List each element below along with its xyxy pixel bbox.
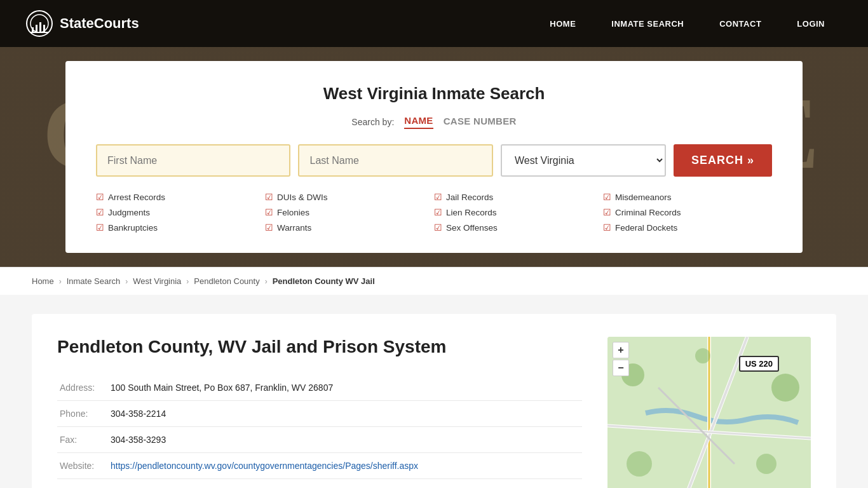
svg-point-19 [695,348,710,363]
info-table: Address: 100 South Main Street, Po Box 6… [57,375,582,488]
checkbox-item: ☑Federal Dockets [603,222,772,233]
checkbox-item: ☑Arrest Records [96,192,265,202]
search-button[interactable]: SEARCH » [674,144,772,177]
breadcrumb-sep-1: › [59,277,62,286]
phone-row: Phone: 304-358-2214 [57,401,582,427]
website-value: https://pendletoncounty.wv.gov/countygov… [108,453,582,479]
website-link[interactable]: https://pendletoncounty.wv.gov/countygov… [111,461,418,471]
checkbox-item: ☑Warrants [265,222,434,233]
checkbox-icon: ☑ [265,207,273,217]
breadcrumb: Home › Inmate Search › West Virginia › P… [0,267,868,295]
checkbox-icon: ☑ [603,192,611,202]
checkbox-icon: ☑ [603,222,611,233]
breadcrumb-sep-4: › [265,277,268,286]
phone-value: 304-358-2214 [108,401,582,427]
breadcrumb-sep-3: › [186,277,189,286]
map-road-label: US 220 [739,356,779,372]
logo-area: StateCourts [25,10,139,37]
state-select[interactable]: West Virginia Alabama Alaska Arizona [501,144,666,177]
checkbox-icon: ☑ [603,207,611,217]
nav-login[interactable]: LOGIN [779,0,843,47]
tab-case-number[interactable]: CASE NUMBER [444,116,517,128]
website-label: Website: [57,453,108,479]
checkbox-item: ☑Jail Records [434,192,603,202]
breadcrumb-state[interactable]: West Virginia [133,276,181,286]
svg-rect-5 [43,25,45,32]
breadcrumb-inmate-search[interactable]: Inmate Search [67,276,121,286]
address-row: Address: 100 South Main Street, Po Box 6… [57,375,582,401]
breadcrumb-county[interactable]: Pendleton County [194,276,259,286]
fax-row: Fax: 304-358-3293 [57,427,582,453]
checkbox-item: ☑Misdemeanors [603,192,772,202]
facebook-row: Facebook: https://www.facebook.com/Pendl… [57,479,582,489]
nav-home[interactable]: HOME [532,0,593,47]
checkbox-item: ☑Sex Offenses [434,222,603,233]
breadcrumb-home[interactable]: Home [32,276,54,286]
search-inputs: West Virginia Alabama Alaska Arizona SEA… [96,144,772,177]
checkbox-label: Bankruptcies [108,223,158,233]
checkbox-label: Jail Records [446,193,493,202]
address-value: 100 South Main Street, Po Box 687, Frank… [108,375,582,401]
search-modal: West Virginia Inmate Search Search by: N… [65,61,803,253]
logo-text: StateCourts [60,15,139,32]
header: StateCourts HOME INMATE SEARCH CONTACT L… [0,0,868,47]
logo-icon [25,10,53,37]
content-left: Pendleton County, WV Jail and Prison Sys… [57,337,582,488]
checkbox-label: Criminal Records [615,208,681,217]
checkbox-item: ☑DUIs & DWIs [265,192,434,202]
checkbox-icon: ☑ [434,207,442,217]
checkbox-icon: ☑ [434,192,442,202]
nav-contact[interactable]: CONTACT [702,0,779,47]
checkbox-item: ☑Judgments [96,207,265,217]
main-nav: HOME INMATE SEARCH CONTACT LOGIN [532,0,843,47]
svg-rect-2 [32,27,34,32]
checkbox-icon: ☑ [265,222,273,233]
last-name-input[interactable] [298,144,492,177]
modal-title: West Virginia Inmate Search [96,84,772,104]
map-area: US 220 + − [607,337,811,488]
checkbox-item: ☑Bankruptcies [96,222,265,233]
svg-point-18 [627,451,652,477]
svg-point-17 [756,454,776,474]
facility-title: Pendleton County, WV Jail and Prison Sys… [57,337,582,357]
map-zoom-in[interactable]: + [613,342,629,358]
checkbox-label: Lien Records [446,208,497,217]
facebook-label: Facebook: [57,479,108,489]
checkbox-item: ☑Felonies [265,207,434,217]
breadcrumb-sep-2: › [125,277,128,286]
facebook-value: https://www.facebook.com/Pendleton-Count… [108,479,582,489]
fax-label: Fax: [57,427,108,453]
checkbox-label: Felonies [277,208,309,217]
tab-name[interactable]: NAME [404,115,433,129]
checkbox-icon: ☑ [96,207,104,217]
content-card: Pendleton County, WV Jail and Prison Sys… [32,314,836,488]
svg-point-16 [771,374,799,402]
map-svg [607,337,811,488]
checkbox-item: ☑Criminal Records [603,207,772,217]
checkboxes-grid: ☑Arrest Records☑DUIs & DWIs☑Jail Records… [96,192,772,233]
checkbox-label: Arrest Records [108,193,165,202]
checkbox-icon: ☑ [96,192,104,202]
search-by-label: Search by: [351,117,394,127]
checkbox-label: Federal Dockets [615,223,677,233]
map-zoom-out[interactable]: − [613,360,629,376]
website-row: Website: https://pendletoncounty.wv.gov/… [57,453,582,479]
checkbox-item: ☑Lien Records [434,207,603,217]
map-controls: + − [613,342,629,376]
breadcrumb-current: Pendleton County WV Jail [273,276,375,286]
svg-rect-3 [36,25,37,32]
first-name-input[interactable] [96,144,290,177]
checkbox-label: Misdemeanors [615,193,672,202]
svg-rect-4 [39,22,41,32]
phone-label: Phone: [57,401,108,427]
checkbox-label: DUIs & DWIs [277,193,328,202]
search-by-row: Search by: NAME CASE NUMBER [96,115,772,129]
nav-inmate-search[interactable]: INMATE SEARCH [593,0,702,47]
checkbox-icon: ☑ [434,222,442,233]
checkbox-icon: ☑ [265,192,273,202]
checkbox-label: Judgments [108,208,150,217]
checkbox-icon: ☑ [96,222,104,233]
fax-value: 304-358-3293 [108,427,582,453]
main-content: Pendleton County, WV Jail and Prison Sys… [0,295,868,488]
checkbox-label: Warrants [277,223,311,233]
